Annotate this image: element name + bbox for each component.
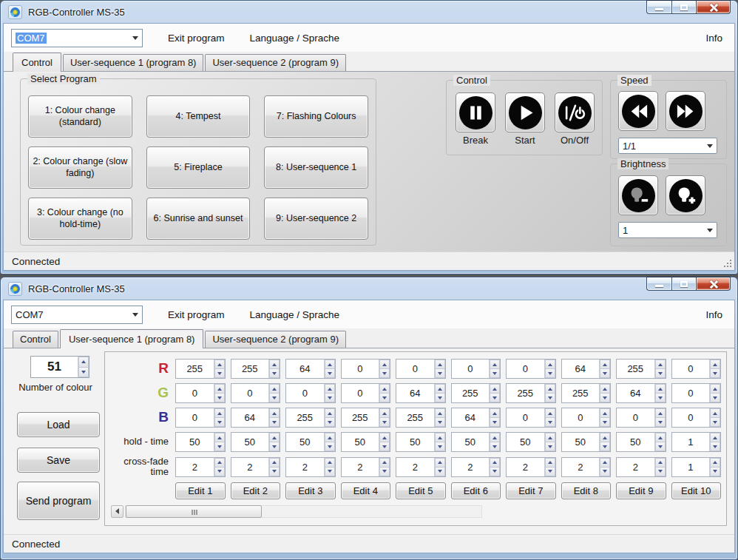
spinner-up-button[interactable] [214, 458, 225, 468]
seq-g-col4-spinner[interactable]: 0 [341, 383, 391, 403]
chevron-down-icon[interactable] [703, 226, 717, 235]
edit-button-5[interactable]: Edit 5 [396, 482, 446, 499]
spinner-down-button[interactable] [214, 394, 225, 402]
spinner-up-button[interactable] [325, 433, 335, 442]
save-button[interactable]: Save [17, 448, 100, 473]
spinner-up-button[interactable] [379, 360, 390, 369]
number-of-colour-spinner[interactable]: 51 [30, 356, 89, 378]
pause-button[interactable] [456, 92, 495, 132]
seq-r-col6-spinner[interactable]: 0 [451, 359, 501, 379]
spinner-up-button[interactable] [435, 408, 445, 418]
spinner-down-button[interactable] [545, 394, 555, 402]
spinner-up-button[interactable] [269, 433, 280, 442]
spinner-down-button[interactable] [545, 468, 555, 476]
com-port-select[interactable]: COM7 [11, 306, 143, 324]
minimize-button[interactable] [646, 277, 671, 291]
seq-cross_fade-col2-spinner[interactable]: 2 [231, 457, 281, 477]
seq-hold_time-col8-spinner[interactable]: 50 [561, 432, 612, 452]
seq-r-col10-spinner[interactable]: 0 [671, 359, 722, 379]
spinner-down-button[interactable] [269, 442, 280, 451]
spinner-up-button[interactable] [214, 360, 225, 369]
menu-exit-program[interactable]: Exit program [168, 33, 225, 44]
spinner-down-button[interactable] [710, 418, 720, 427]
spinner-up-button[interactable] [710, 408, 720, 418]
spinner-down-button[interactable] [379, 369, 390, 378]
menu-info[interactable]: Info [705, 309, 722, 320]
spinner-up-button[interactable] [490, 384, 500, 394]
send-program-button[interactable]: Send program [17, 482, 100, 520]
spinner-up-button[interactable] [600, 458, 610, 468]
program-button-9[interactable]: 9: User-sequence 2 [264, 198, 368, 240]
tab-user-sequence-1[interactable]: User-sequence 1 (program 8) [60, 329, 204, 348]
spinner-up-button[interactable] [600, 360, 610, 369]
seq-g-col10-spinner[interactable]: 0 [671, 383, 722, 403]
spinner-up-button[interactable] [435, 360, 445, 369]
spinner-up-button[interactable] [710, 384, 720, 394]
spinner-down-button[interactable] [490, 394, 500, 402]
spinner-up-button[interactable] [545, 384, 555, 394]
seq-cross_fade-col9-spinner[interactable]: 2 [616, 457, 666, 477]
seq-hold_time-col4-spinner[interactable]: 50 [341, 432, 391, 452]
spinner-down-button[interactable] [490, 369, 500, 378]
spinner-up-button[interactable] [379, 408, 390, 418]
spinner-down-button[interactable] [269, 418, 280, 427]
spinner-up-button[interactable] [269, 408, 280, 418]
spinner-up-button[interactable] [325, 360, 335, 369]
edit-button-3[interactable]: Edit 3 [285, 482, 336, 499]
seq-b-col7-spinner[interactable]: 0 [506, 408, 556, 428]
spinner-up-button[interactable] [435, 458, 445, 468]
seq-r-col2-spinner[interactable]: 255 [231, 359, 281, 379]
edit-button-1[interactable]: Edit 1 [175, 482, 226, 499]
seq-r-col4-spinner[interactable]: 0 [341, 359, 391, 379]
seq-hold_time-col3-spinner[interactable]: 50 [285, 432, 336, 452]
seq-b-col9-spinner[interactable]: 0 [616, 408, 666, 428]
seq-cross_fade-col6-spinner[interactable]: 2 [451, 457, 501, 477]
titlebar[interactable]: RGB-Controller MS-35 [1, 1, 737, 23]
seq-b-col4-spinner[interactable]: 255 [341, 408, 391, 428]
seq-b-col5-spinner[interactable]: 255 [396, 408, 446, 428]
spinner-up-button[interactable] [545, 408, 555, 418]
spinner-down-button[interactable] [655, 442, 666, 451]
spinner-down-button[interactable] [325, 369, 335, 378]
spinner-down-button[interactable] [269, 369, 280, 378]
spinner-down-button[interactable] [325, 394, 335, 402]
horizontal-scrollbar[interactable] [111, 505, 482, 518]
spinner-up-button[interactable] [379, 433, 390, 442]
seq-hold_time-col10-spinner[interactable]: 1 [671, 432, 722, 452]
seq-r-col5-spinner[interactable]: 0 [396, 359, 446, 379]
titlebar[interactable]: RGB-Controller MS-35 [1, 277, 737, 300]
edit-button-7[interactable]: Edit 7 [506, 482, 556, 499]
seq-cross_fade-col3-spinner[interactable]: 2 [285, 457, 336, 477]
seq-g-col2-spinner[interactable]: 0 [231, 383, 281, 403]
seq-g-col9-spinner[interactable]: 64 [616, 383, 666, 403]
spinner-down-button[interactable] [600, 418, 610, 427]
spinner-up-button[interactable] [325, 408, 335, 418]
bulb-plus-button[interactable] [666, 175, 705, 215]
spinner-down-button[interactable] [490, 468, 500, 476]
play-button[interactable] [505, 92, 545, 132]
spinner-down-button[interactable] [214, 418, 225, 427]
spinner-up-button[interactable] [214, 408, 225, 418]
spinner-up-button[interactable] [545, 458, 555, 468]
seq-r-col1-spinner[interactable]: 255 [175, 359, 226, 379]
seq-g-col7-spinner[interactable]: 255 [506, 383, 556, 403]
spinner-down-button[interactable] [325, 442, 335, 451]
spinner-up-button[interactable] [379, 384, 390, 394]
spinner-down-button[interactable] [655, 468, 666, 476]
spinner-down-button[interactable] [214, 369, 225, 378]
program-button-1[interactable]: 1: Colour change (standard) [28, 95, 132, 138]
spinner-up-button[interactable] [214, 384, 225, 394]
seq-hold_time-col9-spinner[interactable]: 50 [616, 432, 666, 452]
program-button-4[interactable]: 4: Tempest [146, 95, 251, 138]
close-button[interactable] [697, 277, 731, 291]
spinner-up-button[interactable] [269, 360, 280, 369]
spinner-down-button[interactable] [325, 418, 335, 427]
seq-g-col5-spinner[interactable]: 64 [396, 383, 446, 403]
seq-b-col3-spinner[interactable]: 255 [285, 408, 336, 428]
spinner-up-button[interactable] [269, 458, 280, 468]
rewind-button[interactable] [618, 91, 658, 131]
seq-r-col7-spinner[interactable]: 0 [506, 359, 556, 379]
edit-button-2[interactable]: Edit 2 [231, 482, 281, 499]
edit-button-9[interactable]: Edit 9 [616, 482, 666, 499]
menu-info[interactable]: Info [705, 33, 722, 44]
